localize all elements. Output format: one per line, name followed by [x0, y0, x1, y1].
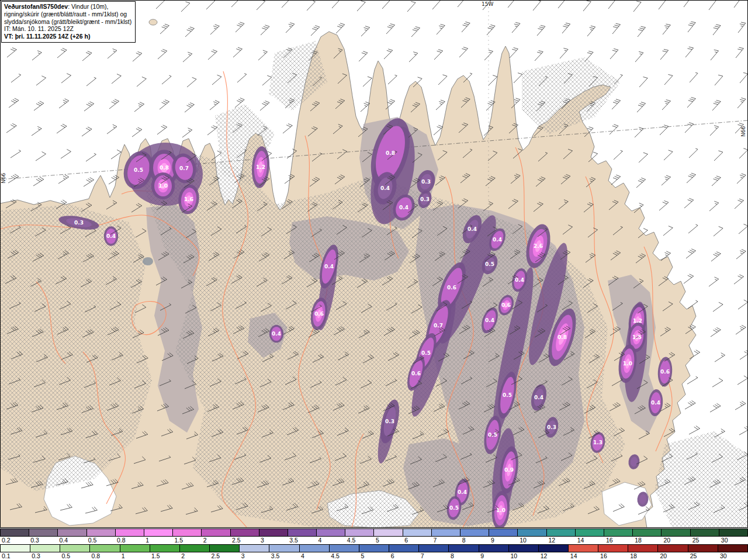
legend-cell [628, 545, 657, 552]
precip-value-label: 0.4 [468, 226, 477, 232]
precip-value-label: 0.8 [386, 150, 395, 156]
legend-tick-label: 14 [569, 552, 598, 560]
legend-cell [329, 545, 359, 552]
precip-value-label: 0.4 [399, 205, 408, 210]
precip-value-label: 0.5 [503, 392, 512, 398]
legend-tick-label: 0.8 [115, 537, 144, 544]
precip-value-label: 0.5 [134, 167, 143, 173]
model-title: Veðurstofan/IS750dev [4, 3, 68, 10]
legend-cell [345, 529, 373, 536]
legend-cell [29, 529, 57, 536]
legend-cell [431, 529, 460, 536]
precip-value-label: 1.6 [184, 196, 193, 202]
title-line: Veðurstofan/IS750dev: Vindur (10m), [4, 3, 131, 11]
snow-legend-line: slydda/snjókoma (grátt/bleikt/grænt - mm… [4, 18, 131, 26]
precip-value-label: 0.5 [485, 261, 494, 267]
legend-cell [89, 545, 119, 552]
legend-tick-label: 8 [460, 537, 489, 544]
legend-tick-label: 0.1 [0, 552, 30, 560]
precip-value-label: 0.4 [485, 317, 494, 323]
precip-value-label: 0.4 [324, 264, 334, 269]
legend-cell [418, 545, 448, 552]
legend-labels-sleet-snow: 0.20.30.40.50.811.522.533.544.5567891012… [0, 537, 748, 544]
legend-tick-label: 0.5 [60, 552, 89, 560]
forecast-info-box: Veðurstofan/IS750dev: Vindur (10m), rign… [1, 1, 136, 43]
precip-value-label: 0.8 [557, 334, 567, 340]
legend-cell [57, 529, 86, 536]
precip-value-label: 0.4 [515, 277, 524, 283]
valid-time: VT: þri. 11.11.2025 14Z (+26 h) [4, 33, 131, 40]
precip-value-label: 0.4 [493, 237, 502, 243]
legend-cell [30, 545, 60, 552]
legend-bar-sleet-snow [0, 528, 748, 537]
precip-value-label: 1.2 [633, 318, 642, 324]
legend-tick-label: 0.3 [29, 537, 57, 544]
legend-cell [86, 529, 115, 536]
legend-cell [115, 529, 144, 536]
legend-tick-label: 9 [489, 537, 518, 544]
legend-cell [403, 529, 431, 536]
legend-tick-label: 12 [546, 537, 575, 544]
legend-cell [373, 529, 402, 536]
legend-cell [120, 545, 150, 552]
legend-cell [389, 545, 418, 552]
precip-value-label: 0.3 [547, 424, 556, 430]
legend-tick-label: 3 [259, 537, 288, 544]
legend-tick-label: 18 [628, 552, 658, 560]
legend-tick-label: 10 [508, 552, 538, 560]
legend-cell [448, 545, 478, 552]
precip-value-label: 0.6 [501, 302, 511, 308]
legend-tick-label: 1.5 [150, 552, 179, 560]
legend-cell [460, 529, 489, 536]
legend-tick-label: 14 [576, 537, 604, 544]
legend-tick-label: 7 [432, 537, 460, 544]
legend-cell [144, 529, 172, 536]
legend-cell [568, 545, 598, 552]
legend-tick-label: 30 [719, 537, 748, 544]
legend-cell [604, 529, 632, 536]
precip-value-label: 1.0 [158, 183, 168, 189]
rain-legend-line: rigning/skúrir (grænt/blátt/rautt - mm/1… [4, 11, 131, 18]
legend-tick-label: 4 [317, 537, 345, 544]
legend-panel: 0.20.30.40.50.811.522.533.544.5567891012… [0, 528, 748, 560]
legend-sleet-snow: 0.20.30.40.50.811.522.533.544.5567891012… [0, 528, 748, 544]
legend-tick-label: 0.3 [30, 552, 60, 560]
precip-value-label: 1.2 [256, 164, 265, 170]
legend-cell [632, 529, 661, 536]
legend-tick-label: 16 [598, 552, 628, 560]
precip-value-label: 1.0 [496, 507, 505, 513]
legend-cell [598, 545, 628, 552]
legend-tick-label: 4 [299, 552, 329, 560]
legend-tick-label: 0.4 [57, 537, 86, 544]
legend-tick-label: 4.5 [345, 537, 374, 544]
legend-tick-label: 2.5 [209, 552, 239, 560]
precip-value-label: 0.5 [449, 505, 459, 511]
legend-tick-label: 2.5 [230, 537, 259, 544]
precip-value-label: 0.8 [160, 165, 169, 171]
legend-cell [201, 529, 230, 536]
legend-cell [508, 545, 538, 552]
legend-cell [538, 545, 568, 552]
legend-cell [239, 545, 269, 552]
precip-value-label: 0.4 [458, 489, 467, 495]
legend-cell [269, 545, 299, 552]
legend-tick-label: 9 [479, 552, 508, 560]
legend-cell [661, 529, 690, 536]
precip-value-label: 0.4 [651, 400, 660, 406]
legend-tick-label: 12 [539, 552, 569, 560]
precip-value-label: 0.4 [534, 395, 543, 400]
legend-cell [60, 545, 89, 552]
legend-tick-label: 6 [403, 537, 431, 544]
precip-value-label: 0.4 [272, 331, 281, 337]
precip-value-label: 0.9 [504, 467, 514, 473]
lake [143, 257, 153, 265]
precip-value-label: 0.4 [106, 233, 116, 239]
legend-tick-label: 20 [662, 537, 690, 544]
legend-tick-label: 18 [633, 537, 662, 544]
precip-value-label: 0.3 [420, 196, 430, 202]
precip-value-label: 0.4 [380, 185, 390, 191]
legend-tick-label: 25 [688, 552, 718, 560]
legend-cell [489, 529, 517, 536]
legend-tick-label: 20 [658, 552, 688, 560]
parallel-label-left: N66 [1, 173, 6, 184]
